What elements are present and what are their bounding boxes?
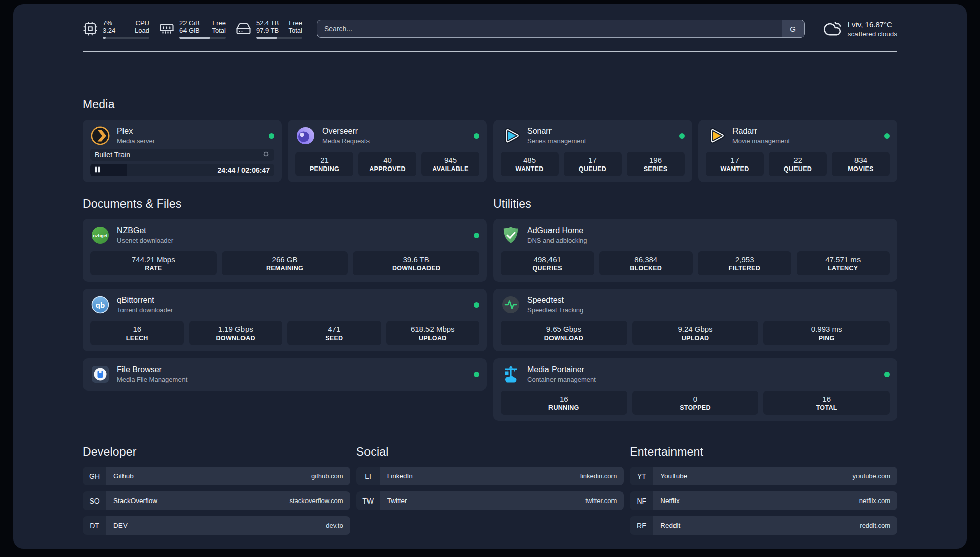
disk-progress-bar [256,37,302,39]
stat-label: MOVIES [848,165,873,173]
playback-progress-bar: 24:44 / 02:06:47 [90,164,274,176]
stat-tile: 485WANTED [501,152,559,176]
stat-tile: 471SEED [287,321,381,345]
disk-total-value: 97.9 TB [256,27,279,35]
bookmark-reddit[interactable]: RERedditreddit.com [630,516,897,535]
app-card-portainer[interactable]: Media Portainer Container management 16R… [493,358,897,421]
app-card-filebrowser[interactable]: File Browser Media File Management [83,358,487,391]
stat-label: QUEUED [784,165,812,173]
app-card-sonarr[interactable]: Sonarr Series management 485WANTED17QUEU… [493,120,692,182]
stat-tile: 17WANTED [706,152,764,176]
app-card-radarr[interactable]: Radarr Movie management 17WANTED22QUEUED… [698,120,897,182]
bookmark-abbr: DT [83,516,106,535]
stat-value: 471 [328,325,340,333]
bookmark-name: Github [113,472,134,480]
stat-value: 16 [133,325,141,333]
stat-label: RUNNING [548,404,579,411]
bookmark-url: linkedin.com [580,472,617,480]
bookmark-abbr: GH [83,467,106,485]
stat-label: LEECH [126,335,148,342]
stat-tile: 40APPROVED [358,152,416,176]
app-description: Media Requests [322,137,370,145]
bookmark-abbr: TW [356,491,380,510]
stat-label: DOWNLOADED [392,265,440,272]
cpu-load-label: Load [135,27,149,35]
bookmark-github[interactable]: GHGithubgithub.com [83,467,350,485]
app-description: Container management [527,375,596,384]
app-name: NZBGet [117,226,173,236]
disk-monitor: 52.4 TBFree 97.9 TBTotal [236,19,302,39]
stat-label: PENDING [310,165,339,173]
stat-value: 2,953 [735,255,754,264]
stat-value: 40 [383,156,392,164]
app-card-plex[interactable]: Plex Media server Bullet Train [83,120,282,182]
stat-label: QUERIES [533,265,562,272]
app-card-qbittorrent[interactable]: qb qBittorrent Torrent downloader 16LEEC… [83,289,487,351]
stat-tile: 17QUEUED [564,152,622,176]
app-name: Plex [117,126,155,136]
stat-tile: 21PENDING [295,152,353,176]
stat-tile: 1.19 GbpsDOWNLOAD [189,321,283,345]
header-divider [83,51,897,52]
stat-tile: 16LEECH [90,321,184,345]
plex-icon [90,126,110,146]
section-documents: Documents & Files nzbget NZBGet Usenet d… [83,197,487,391]
app-card-speedtest[interactable]: Speedtest Speedtest Tracking 9.65 GbpsDO… [493,289,897,351]
section-social: Social LILinkedInlinkedin.comTWTwittertw… [356,445,624,510]
bookmark-youtube[interactable]: YTYouTubeyoutube.com [630,467,897,485]
status-dot-online [474,133,479,139]
overseerr-icon [295,126,316,146]
stat-label: AVAILABLE [432,165,468,173]
app-description: Media File Management [117,375,187,384]
ram-free-label: Free [212,19,226,27]
bookmark-netflix[interactable]: NFNetflixnetflix.com [630,491,897,510]
cpu-progress-fill [103,37,106,39]
bookmark-name: Netflix [660,497,680,505]
stat-label: LATENCY [828,265,858,272]
status-dot-online [269,133,274,139]
ram-progress-bar [179,37,226,39]
cpu-progress-bar [103,37,149,39]
bookmark-abbr: RE [630,516,653,535]
stat-label: DOWNLOAD [544,335,583,342]
ram-total-value: 64 GiB [179,27,200,35]
weather-condition: scattered clouds [848,30,897,38]
cpu-usage-label: CPU [136,19,149,27]
stat-label: SEED [325,335,343,342]
section-media: Media Plex Media server Bullet Train [83,98,897,182]
stat-value: 1.19 Gbps [218,325,253,333]
bookmark-twitter[interactable]: TWTwittertwitter.com [356,491,624,510]
search-provider-button[interactable]: G [782,20,804,37]
stat-value: 266 GB [272,255,298,264]
app-card-nzbget[interactable]: nzbget NZBGet Usenet downloader 744.21 M… [83,219,487,282]
stat-value: 945 [444,156,457,164]
bookmark-dev[interactable]: DTDEVdev.to [83,516,350,535]
nzbget-icon: nzbget [90,225,110,245]
app-description: Torrent downloader [117,306,173,314]
dashboard: 7%CPU 3.24Load 22 GiBFree 64 GiBTotal [13,4,967,549]
bookmark-linkedin[interactable]: LILinkedInlinkedin.com [356,467,624,485]
stat-tile: 834MOVIES [832,152,890,176]
app-name: qBittorrent [117,295,173,305]
sonarr-icon [501,126,521,146]
status-dot-online [884,372,890,377]
section-title-entertainment: Entertainment [630,445,897,459]
app-card-overseerr[interactable]: Overseerr Media Requests 21PENDING40APPR… [288,120,487,182]
stat-value: 17 [730,156,739,164]
stat-tile: 22QUEUED [769,152,827,176]
app-card-adguard[interactable]: AdGuard Home DNS and adblocking 498,461Q… [493,219,897,282]
stat-value: 834 [854,156,867,164]
disk-total-label: Total [289,27,302,35]
stat-value: 9.24 Gbps [678,325,712,333]
bookmark-name: Reddit [660,522,680,529]
app-description: Media server [117,137,155,145]
stat-tile: 744.21 MbpsRATE [90,251,217,275]
bookmark-url: twitter.com [585,497,617,505]
ram-monitor: 22 GiBFree 64 GiBTotal [159,19,226,39]
stat-label: STOPPED [680,404,711,411]
stat-value: 86,384 [634,255,657,264]
ram-total-label: Total [212,27,226,35]
search-input[interactable] [317,20,805,38]
bookmark-stackoverflow[interactable]: SOStackOverflowstackoverflow.com [83,491,350,510]
app-name: Media Portainer [527,365,596,375]
